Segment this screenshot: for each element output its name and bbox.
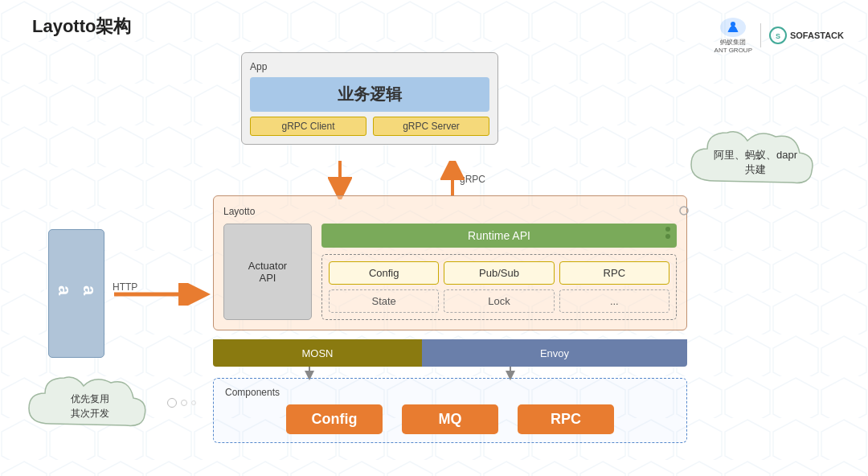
api-item-rpc: RPC — [559, 261, 669, 285]
svg-text:其次开发: 其次开发 — [71, 408, 109, 419]
paas-label: PaaS — [27, 285, 125, 303]
layotto-circle — [679, 206, 689, 215]
mosn-bar: MOSN — [213, 339, 422, 367]
envoy-bar: Envoy — [422, 339, 687, 367]
svg-point-13 — [680, 207, 688, 215]
runtime-section: Runtime API Config Pub/Sub RPC State Loc… — [321, 224, 677, 320]
app-box: App 业务逻辑 gRPC Client gRPC Server — [241, 52, 498, 145]
components-box: Components Config MQ RPC — [213, 378, 687, 443]
component-rpc: RPC — [518, 404, 614, 434]
small-circle-1 — [167, 398, 177, 408]
runtime-dots — [665, 227, 670, 239]
http-arrow-svg — [114, 283, 219, 306]
envoy-to-components-arrow — [498, 367, 522, 383]
api-item-more: ... — [559, 289, 669, 313]
api-dashed-box: Config Pub/Sub RPC State Lock ... — [321, 254, 677, 320]
grpc-server-label: gRPC Server — [373, 117, 489, 136]
cloud-left: 优先复用 其次开发 — [23, 371, 159, 447]
app-label: App — [250, 61, 489, 72]
runtime-api-bar: Runtime API — [321, 224, 677, 248]
grpc-row: gRPC Client gRPC Server — [250, 117, 489, 136]
layotto-inner: ActuatorAPI Runtime API Config Pub/Sub R… — [223, 224, 677, 320]
component-mq: MQ — [402, 404, 498, 434]
arrow-down-svg — [328, 161, 352, 199]
svg-text:S: S — [776, 32, 780, 40]
small-circles — [167, 398, 196, 408]
svg-point-1 — [731, 22, 735, 27]
actuator-box: ActuatorAPI — [223, 224, 312, 320]
sofastack-logo: S SOFASTACK — [769, 27, 844, 44]
api-item-lock: Lock — [444, 289, 554, 313]
svg-text:阿里、蚂蚁、dapr: 阿里、蚂蚁、dapr — [714, 149, 798, 161]
api-item-state: State — [329, 289, 439, 313]
layotto-label: Layotto — [223, 206, 677, 217]
components-label: Components — [225, 387, 675, 398]
svg-text:优先复用: 优先复用 — [71, 393, 109, 404]
components-row: Config MQ RPC — [225, 404, 675, 434]
small-circle-2 — [181, 400, 187, 406]
ant-group-logo: 蚂蚁集团ANT GROUP — [714, 16, 752, 55]
api-item-pubsub: Pub/Sub — [444, 261, 554, 285]
business-logic-label: 业务逻辑 — [250, 77, 489, 112]
layotto-box: Layotto ActuatorAPI Runtime API Config P… — [213, 195, 687, 330]
svg-text:共建: 共建 — [745, 163, 766, 175]
component-config: Config — [286, 404, 383, 434]
actuator-label: ActuatorAPI — [248, 260, 287, 284]
grpc-client-label: gRPC Client — [250, 117, 366, 136]
page-title: Layotto架构 — [32, 14, 131, 39]
mosn-envoy-bar: MOSN Envoy — [213, 339, 687, 367]
cloud-right: 阿里、蚂蚁、dapr 共建 — [683, 125, 828, 208]
mosn-to-components-arrow — [297, 367, 321, 383]
small-circle-3 — [191, 400, 196, 405]
arrow-up-svg — [440, 161, 465, 199]
logos-area: 蚂蚁集团ANT GROUP S SOFASTACK — [714, 16, 844, 55]
paas-box: PaaS — [48, 229, 104, 358]
api-item-config: Config — [329, 261, 439, 285]
